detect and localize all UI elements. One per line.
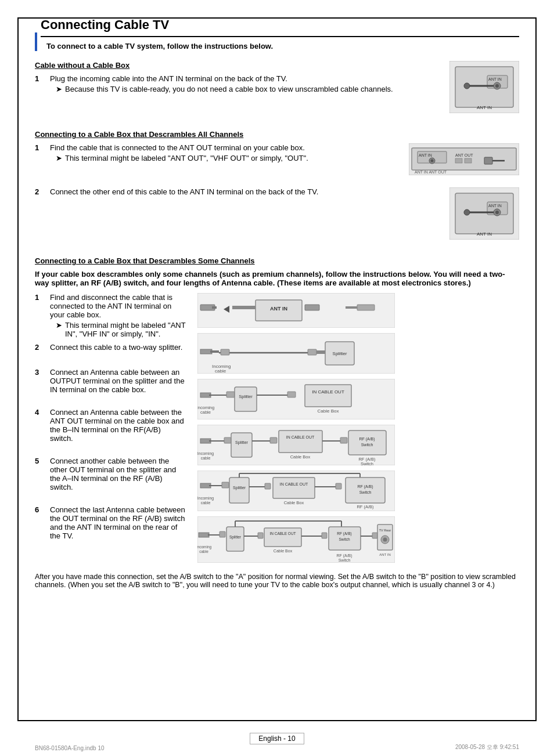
svg-text:Switch: Switch xyxy=(339,558,351,562)
s3-step3-text: Connect an Antenna cable between an OUTP… xyxy=(50,368,186,394)
svg-rect-76 xyxy=(340,437,347,443)
svg-rect-95 xyxy=(273,478,315,498)
svg-text:ANT IN: ANT IN xyxy=(477,231,492,237)
s3-step6-text: Connect the last Antenna cable between t… xyxy=(50,505,186,540)
svg-text:Switch: Switch xyxy=(361,461,373,465)
svg-point-14 xyxy=(431,160,434,162)
svg-rect-55 xyxy=(235,387,257,411)
svg-rect-59 xyxy=(305,385,351,407)
svg-text:ANT IN: ANT IN xyxy=(477,105,492,110)
svg-text:ANT IN: ANT IN xyxy=(379,553,391,556)
svg-text:Incoming: Incoming xyxy=(197,496,214,501)
svg-text:IN  CABLE  OUT: IN CABLE OUT xyxy=(269,531,296,536)
svg-text:ANT IN: ANT IN xyxy=(488,204,502,208)
arrow-icon-3: ➤ xyxy=(56,321,65,338)
svg-text:Cable Box: Cable Box xyxy=(290,454,311,460)
section1-heading: Cable without a Cable Box 1 Plug the inc… xyxy=(35,61,519,93)
arrow-icon-2: ➤ xyxy=(56,154,65,162)
svg-rect-49 xyxy=(308,349,316,355)
svg-text:cable: cable xyxy=(201,501,211,505)
step1-text: Plug the incoming cable into the ANT IN … xyxy=(50,74,440,83)
svg-rect-109 xyxy=(220,531,225,537)
svg-rect-19 xyxy=(484,157,492,164)
intro-text: To connect to a cable TV system, follow … xyxy=(41,42,519,50)
page-title: Connecting Cable TV xyxy=(41,17,519,37)
svg-text:Splitter: Splitter xyxy=(233,486,246,490)
diagram-ant-inout: ANT IN ANT OUT ANT IN ANT OUT xyxy=(409,143,519,177)
footer-date: 2008-05-28 오후 9:42:51 xyxy=(455,743,519,751)
diagram-step4: Splitter IN CABLE OUT Cable Box xyxy=(197,425,519,467)
diagram-step5: Splitter IN CABLE OUT Cable Box xyxy=(197,471,519,513)
svg-text:RF (A/B): RF (A/B) xyxy=(357,484,373,489)
svg-text:cable: cable xyxy=(199,549,208,554)
svg-text:IN  CABLE  OUT: IN CABLE OUT xyxy=(312,389,344,395)
svg-text:ANT IN: ANT IN xyxy=(488,77,502,81)
svg-rect-16 xyxy=(455,158,462,163)
svg-text:RF (A/B): RF (A/B) xyxy=(336,554,352,558)
s3-step1-text: Find and disconnect the cable that is co… xyxy=(50,293,186,319)
diagram-step6: Splitter IN CABLE OUT Cable Box xyxy=(197,516,519,565)
svg-rect-54 xyxy=(226,392,235,397)
svg-rect-42 xyxy=(210,350,219,353)
svg-text:TV Rear: TV Rear xyxy=(379,529,391,532)
svg-text:Cable Box: Cable Box xyxy=(274,549,293,553)
svg-text:RF (A/B): RF (A/B) xyxy=(359,437,375,442)
svg-text:cable: cable xyxy=(201,456,211,460)
svg-rect-36 xyxy=(305,305,319,310)
svg-text:Splitter: Splitter xyxy=(239,394,253,399)
svg-text:ANT IN       ANT OUT: ANT IN ANT OUT xyxy=(415,170,447,174)
step1-note: Because this TV is cable-ready, you do n… xyxy=(65,85,393,93)
diagram-step1: ANT IN xyxy=(197,293,519,330)
s2-step2-text: Connect the other end of this cable to t… xyxy=(50,187,440,196)
diagram-step2: Splitter Incoming cable xyxy=(197,333,519,375)
svg-rect-128 xyxy=(372,533,377,538)
svg-point-28 xyxy=(464,209,470,215)
svg-rect-51 xyxy=(197,379,395,419)
svg-rect-94 xyxy=(265,483,271,489)
svg-rect-39 xyxy=(346,306,357,309)
svg-rect-116 xyxy=(258,533,263,538)
svg-rect-72 xyxy=(279,431,322,453)
svg-rect-87 xyxy=(222,482,229,488)
svg-rect-68 xyxy=(231,433,252,457)
svg-rect-71 xyxy=(270,437,277,443)
svg-rect-58 xyxy=(287,392,296,397)
svg-rect-88 xyxy=(229,478,249,503)
svg-text:RF (A/B): RF (A/B) xyxy=(337,531,351,536)
svg-text:cable: cable xyxy=(215,368,226,374)
svg-rect-38 xyxy=(357,305,375,310)
svg-point-132 xyxy=(383,538,387,542)
svg-rect-117 xyxy=(264,528,301,547)
svg-rect-50 xyxy=(316,350,325,354)
svg-rect-107 xyxy=(199,533,209,537)
footer-note: After you have made this connection, set… xyxy=(35,573,519,589)
diagram-ant-in-1: ANT IN ANT IN xyxy=(449,61,519,115)
s2-step1-text: Find the cable that is connected to the … xyxy=(50,143,400,152)
s3-step4-text: Connect an Antenna cable between the ANT… xyxy=(50,408,186,443)
diagram-ant-in-2: ANT IN ANT IN xyxy=(449,187,519,241)
svg-text:Incoming: Incoming xyxy=(197,545,212,549)
svg-text:Cable Box: Cable Box xyxy=(284,500,304,505)
svg-text:RF (A/B): RF (A/B) xyxy=(357,504,374,509)
svg-text:ANT OUT: ANT OUT xyxy=(455,153,473,157)
svg-text:ANT IN: ANT IN xyxy=(419,153,432,157)
footer-file: BN68-01580A-Eng.indb 10 xyxy=(35,745,105,751)
page-number: English - 10 xyxy=(250,733,304,744)
svg-rect-32 xyxy=(212,306,217,309)
svg-text:Splitter: Splitter xyxy=(235,440,248,445)
section3-intro: If your cable box descrambles only some … xyxy=(35,270,519,287)
svg-text:Splitter: Splitter xyxy=(229,535,242,540)
svg-point-5 xyxy=(495,84,499,88)
svg-text:Splitter: Splitter xyxy=(333,351,347,356)
svg-rect-121 xyxy=(322,533,327,538)
svg-text:IN  CABLE  OUT: IN CABLE OUT xyxy=(286,435,315,439)
section3-heading: Connecting to a Cable Box that Descrambl… xyxy=(35,256,519,265)
svg-text:Switch: Switch xyxy=(359,490,372,494)
svg-text:IN  CABLE  OUT: IN CABLE OUT xyxy=(280,482,308,486)
s3-step1-note: This terminal might be labeled "ANT IN",… xyxy=(65,321,186,338)
svg-rect-67 xyxy=(224,437,231,443)
svg-rect-99 xyxy=(336,483,341,489)
svg-point-26 xyxy=(495,211,499,214)
svg-text:ANT IN: ANT IN xyxy=(270,306,287,312)
svg-rect-17 xyxy=(465,158,472,163)
